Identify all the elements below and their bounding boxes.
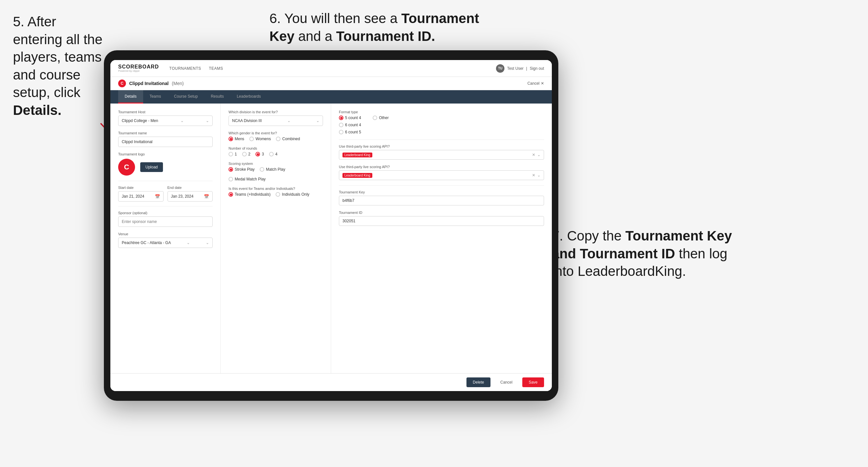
scoring-stroke-radio[interactable] xyxy=(228,167,233,172)
tab-leaderboards[interactable]: Leaderboards xyxy=(230,90,267,103)
format-6count4[interactable]: 6 count 4 xyxy=(339,123,544,127)
close-icon: ✕ xyxy=(541,81,544,86)
teams-group: Is this event for Teams and/or Individua… xyxy=(228,187,323,197)
sponsor-group: Sponsor (optional) xyxy=(118,211,213,227)
tournament-id-value: 302051 xyxy=(339,216,544,226)
annotation-bottom-right: 7. Copy the Tournament Key and Tournamen… xyxy=(552,227,747,280)
logo-upload-area: C Upload xyxy=(118,159,213,176)
api2-chevron-icon: ⌄ xyxy=(537,173,540,178)
gender-mens-radio[interactable] xyxy=(228,136,233,141)
sign-out-link[interactable]: Sign out xyxy=(530,66,544,71)
round-3[interactable]: 3 xyxy=(255,152,264,156)
round-3-radio[interactable] xyxy=(255,152,260,156)
tournament-key-label: Tournament Key xyxy=(339,190,544,194)
format-6count5[interactable]: 6 count 5 xyxy=(339,130,544,134)
tab-course-setup[interactable]: Course Setup xyxy=(167,90,204,103)
round-1[interactable]: 1 xyxy=(228,152,237,156)
tournament-name-label: Tournament name xyxy=(118,131,213,135)
api2-input[interactable]: Leaderboard King ✕ ⌄ xyxy=(339,170,544,180)
tournament-host-input[interactable]: Clippd College - Men ⌄ xyxy=(118,116,213,126)
tournament-title: C Clippd Invitational (Men) xyxy=(118,80,184,87)
sponsor-input[interactable] xyxy=(118,216,213,227)
scoring-radio-group: Stroke Play Match Play Medal Match Play xyxy=(228,167,323,181)
tabs-bar: Details Teams Course Setup Results Leade… xyxy=(111,90,552,103)
scoring-label: Scoring system xyxy=(228,162,323,165)
api2-value-tag: Leaderboard King xyxy=(342,173,372,178)
scoring-medal-radio[interactable] xyxy=(228,177,233,181)
format-5count4[interactable]: 5 count 4 xyxy=(339,116,361,120)
scoring-match[interactable]: Match Play xyxy=(260,167,285,172)
format-5count4-radio[interactable] xyxy=(339,116,343,120)
logo-preview: C xyxy=(118,159,135,176)
gender-radio-group: Mens Womens Combined xyxy=(228,136,323,141)
tablet-screen: SCOREBOARD Powered by clippd TOURNAMENTS… xyxy=(111,60,552,391)
format-6count5-radio[interactable] xyxy=(339,130,343,134)
footer-cancel-button[interactable]: Cancel xyxy=(494,377,519,387)
nav-teams[interactable]: TEAMS xyxy=(209,66,223,71)
round-2-radio[interactable] xyxy=(242,152,247,156)
round-4-radio[interactable] xyxy=(269,152,274,156)
scoring-stroke[interactable]: Stroke Play xyxy=(228,167,254,172)
venue-input[interactable]: Peachtree GC - Atlanta - GA ⌄ xyxy=(118,238,213,248)
api1-tag: Leaderboard King xyxy=(342,153,372,157)
tournament-name-input[interactable]: Clippd Invitational xyxy=(118,136,213,147)
division-input[interactable]: NCAA Division III ⌄ xyxy=(228,116,323,126)
individuals-only[interactable]: Individuals Only xyxy=(276,192,309,197)
format-group: Format type 5 count 4 Other xyxy=(339,110,544,134)
annotation-top-right: 6. You will then see a Tournament Key an… xyxy=(270,10,497,45)
round-4[interactable]: 4 xyxy=(269,152,278,156)
format-other-radio[interactable] xyxy=(373,116,377,120)
select-chevron-icon: ⌄ xyxy=(181,119,184,123)
tab-details[interactable]: Details xyxy=(118,90,143,103)
tournament-host-label: Tournament Host xyxy=(118,110,213,114)
upload-button[interactable]: Upload xyxy=(140,162,163,172)
round-1-radio[interactable] xyxy=(228,152,233,156)
tournament-key-group: Tournament Key b4f6b7 xyxy=(339,190,544,206)
logo-subtitle: Powered by clippd xyxy=(118,70,159,72)
gender-combined[interactable]: Combined xyxy=(276,136,300,141)
left-column: Tournament Host Clippd College - Men ⌄ T… xyxy=(111,103,221,373)
format-label: Format type xyxy=(339,110,544,114)
api1-value-tag: Leaderboard King xyxy=(342,153,372,157)
end-date-input[interactable]: Jan 23, 2024 📅 xyxy=(167,191,213,201)
calendar-end-icon: 📅 xyxy=(204,194,209,199)
nav-tournaments[interactable]: TOURNAMENTS xyxy=(169,66,201,71)
header-separator: | xyxy=(526,66,527,71)
tab-teams[interactable]: Teams xyxy=(143,90,167,103)
scoring-match-radio[interactable] xyxy=(260,167,264,172)
annotation-left: 5. After entering all the players, teams… xyxy=(13,13,104,119)
delete-button[interactable]: Delete xyxy=(466,377,491,387)
teams-radio[interactable] xyxy=(228,192,233,197)
api1-clear-icon[interactable]: ✕ xyxy=(532,153,535,157)
gender-womens-radio[interactable] xyxy=(249,136,254,141)
gender-womens[interactable]: Womens xyxy=(249,136,271,141)
tournament-host-group: Tournament Host Clippd College - Men ⌄ xyxy=(118,110,213,126)
start-date-input[interactable]: Jan 21, 2024 📅 xyxy=(118,191,164,201)
logo-area: SCOREBOARD Powered by clippd xyxy=(118,64,159,72)
api2-clear-icon[interactable]: ✕ xyxy=(532,173,535,178)
individuals-radio[interactable] xyxy=(276,192,280,197)
format-grid: 5 count 4 Other 6 count 4 xyxy=(339,116,544,134)
teams-label: Is this event for Teams and/or Individua… xyxy=(228,187,323,190)
cancel-tournament-button[interactable]: Cancel ✕ xyxy=(527,81,544,86)
gender-combined-radio[interactable] xyxy=(276,136,280,141)
format-6count4-radio[interactable] xyxy=(339,123,343,127)
teams-plus-individuals[interactable]: Teams (+Individuals) xyxy=(228,192,270,197)
header-right: TU Test User | Sign out xyxy=(496,64,544,73)
round-2[interactable]: 2 xyxy=(242,152,251,156)
teams-radio-group: Teams (+Individuals) Individuals Only xyxy=(228,192,323,197)
divider-3 xyxy=(339,139,544,140)
rounds-radio-group: 1 2 3 4 xyxy=(228,152,323,156)
tab-results[interactable]: Results xyxy=(204,90,230,103)
scoring-medal[interactable]: Medal Match Play xyxy=(228,177,266,181)
save-button[interactable]: Save xyxy=(522,377,544,387)
tournament-name-group: Tournament name Clippd Invitational xyxy=(118,131,213,147)
app-header: SCOREBOARD Powered by clippd TOURNAMENTS… xyxy=(111,60,552,77)
gender-mens[interactable]: Mens xyxy=(228,136,244,141)
tournament-id-group: Tournament ID 302051 xyxy=(339,211,544,226)
tournament-name: Clippd Invitational xyxy=(129,81,168,86)
api1-input[interactable]: Leaderboard King ✕ ⌄ xyxy=(339,150,544,160)
scoring-group: Scoring system Stroke Play Match Play xyxy=(228,162,323,181)
right-column: Format type 5 count 4 Other xyxy=(331,103,552,373)
format-other[interactable]: Other xyxy=(373,116,389,120)
